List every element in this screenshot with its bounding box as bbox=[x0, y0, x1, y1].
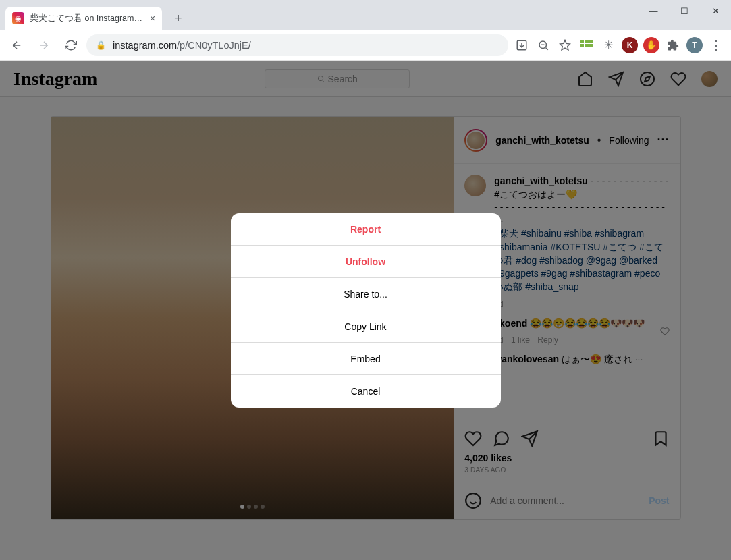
browser-menu-icon[interactable]: ⋮ bbox=[707, 36, 726, 55]
close-window-button[interactable]: ✕ bbox=[700, 0, 731, 22]
modal-overlay[interactable]: Report Unfollow Share to... Copy Link Em… bbox=[0, 61, 731, 560]
report-button[interactable]: Report bbox=[231, 213, 501, 246]
back-button[interactable] bbox=[5, 34, 28, 57]
embed-button[interactable]: Embed bbox=[231, 343, 501, 375]
unfollow-button[interactable]: Unfollow bbox=[231, 246, 501, 278]
svg-marker-2 bbox=[560, 40, 570, 49]
extensions-menu-icon[interactable] bbox=[664, 36, 682, 55]
tab-title: 柴犬こてつ君 on Instagram: "- - - bbox=[30, 13, 144, 24]
svg-rect-3 bbox=[580, 40, 584, 43]
minimize-button[interactable]: — bbox=[638, 0, 669, 22]
svg-rect-6 bbox=[580, 44, 584, 47]
address-bar[interactable]: 🔒 instagram.com/p/CN0yTLoJnjE/ bbox=[86, 34, 508, 56]
instagram-page: Instagram Search ganchi_with_kotetsu bbox=[0, 61, 731, 560]
extension-bug-icon[interactable]: ✳ bbox=[599, 36, 618, 55]
browser-toolbar: 🔒 instagram.com/p/CN0yTLoJnjE/ ✳ K ✋ T ⋮ bbox=[0, 30, 731, 61]
share-to-button[interactable]: Share to... bbox=[231, 278, 501, 310]
svg-rect-7 bbox=[585, 44, 589, 47]
instagram-favicon-icon: ◉ bbox=[12, 12, 24, 24]
reload-button[interactable] bbox=[59, 34, 82, 57]
svg-rect-4 bbox=[585, 40, 589, 43]
extension-k-icon[interactable]: K bbox=[620, 36, 639, 55]
url-host: instagram.com bbox=[113, 40, 177, 51]
profile-avatar-icon[interactable]: T bbox=[685, 36, 704, 55]
close-tab-icon[interactable]: × bbox=[150, 13, 155, 24]
cancel-button[interactable]: Cancel bbox=[231, 375, 501, 408]
url-path: /p/CN0yTLoJnjE/ bbox=[177, 40, 251, 51]
bookmark-star-icon[interactable] bbox=[556, 36, 574, 55]
zoom-icon[interactable] bbox=[534, 36, 553, 55]
copy-link-button[interactable]: Copy Link bbox=[231, 310, 501, 343]
lock-icon: 🔒 bbox=[96, 40, 106, 50]
extension-ublock-icon[interactable]: ✋ bbox=[642, 36, 661, 55]
options-modal: Report Unfollow Share to... Copy Link Em… bbox=[231, 213, 501, 408]
forward-button[interactable] bbox=[32, 34, 55, 57]
new-tab-button[interactable]: + bbox=[169, 9, 188, 28]
maximize-button[interactable]: ☐ bbox=[669, 0, 700, 22]
extension-green-icon[interactable] bbox=[577, 36, 596, 55]
install-app-icon[interactable] bbox=[512, 36, 531, 55]
svg-rect-8 bbox=[589, 44, 593, 47]
svg-rect-5 bbox=[589, 40, 593, 43]
browser-tab[interactable]: ◉ 柴犬こてつ君 on Instagram: "- - - × bbox=[5, 7, 162, 30]
window-titlebar: ◉ 柴犬こてつ君 on Instagram: "- - - × + — ☐ ✕ bbox=[0, 0, 731, 30]
